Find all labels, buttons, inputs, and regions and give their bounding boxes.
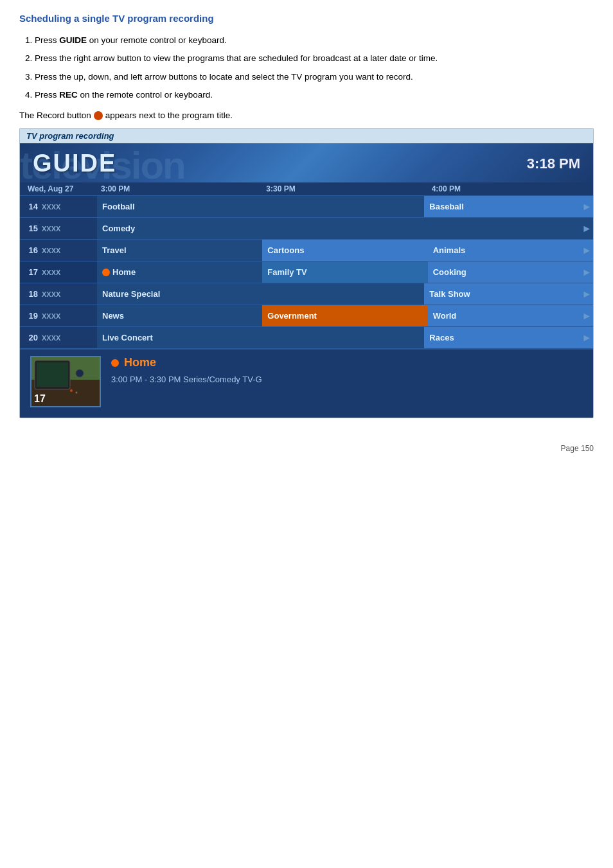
- table-row[interactable]: 18 XXXX Nature Special Talk Show ►: [20, 283, 593, 305]
- instruction-3: Press the up, down, and left arrow butto…: [35, 71, 594, 84]
- program-comedy[interactable]: Comedy ►: [97, 218, 593, 239]
- program-world[interactable]: World ►: [428, 305, 593, 326]
- program-cooking[interactable]: Cooking ►: [428, 261, 593, 283]
- instruction-4: Press REC on the remote control or keybo…: [35, 89, 594, 102]
- guide-container: television GUIDE 3:18 PM Wed, Aug 27 3:0…: [20, 143, 593, 418]
- guide-info-panel: 17 Home 3:00 PM - 3:30 PM Series/Comedy …: [20, 348, 593, 418]
- program-cols: News Government World ►: [97, 305, 593, 326]
- program-football[interactable]: Football: [97, 196, 424, 217]
- guide-grid: 14 XXXX Football Baseball ► 15 XXXX: [20, 195, 593, 348]
- table-row[interactable]: 19 XXXX News Government World ►: [20, 305, 593, 326]
- channel-cell-16: 16 XXXX: [20, 240, 97, 261]
- program-family-tv[interactable]: Family TV: [262, 261, 427, 283]
- arrow-icon: ►: [582, 310, 592, 322]
- arrow-icon: ►: [582, 223, 592, 235]
- channel-name: XXXX: [42, 334, 60, 342]
- channel-num: 14: [25, 202, 38, 211]
- program-talk-show[interactable]: Talk Show ►: [424, 283, 593, 305]
- arrow-icon: ►: [582, 332, 592, 344]
- channel-cell-15: 15 XXXX: [20, 218, 97, 239]
- rec-key: REC: [59, 90, 78, 100]
- record-indicator: [102, 269, 110, 276]
- table-row[interactable]: 20 XXXX Live Concert Races ►: [20, 326, 593, 348]
- program-cols: Home Family TV Cooking ►: [97, 261, 593, 283]
- thumb-tv: 17: [31, 357, 100, 406]
- instruction-2: Press the right arrow button to view the…: [35, 52, 594, 65]
- program-travel[interactable]: Travel: [97, 240, 262, 261]
- arrow-icon: ►: [582, 267, 592, 278]
- record-note: The Record button appears next to the pr…: [19, 111, 594, 120]
- program-live-concert[interactable]: Live Concert: [97, 327, 424, 348]
- table-row[interactable]: 14 XXXX Football Baseball ►: [20, 195, 593, 217]
- channel-thumbnail: 17: [30, 356, 101, 407]
- channel-num: 15: [25, 224, 38, 233]
- time-col-2: 3:30 PM: [262, 184, 427, 193]
- svg-rect-4: [37, 362, 68, 387]
- svg-point-6: [70, 389, 73, 392]
- channel-name: XXXX: [42, 269, 60, 276]
- channel-num: 19: [25, 311, 38, 321]
- channel-badge: 17: [34, 393, 46, 405]
- guide-key: GUIDE: [59, 35, 87, 45]
- channel-cell-18: 18 XXXX: [20, 283, 97, 305]
- time-col-1: 3:00 PM: [97, 184, 262, 193]
- guide-info-text: Home 3:00 PM - 3:30 PM Series/Comedy TV-…: [111, 356, 583, 384]
- channel-name: XXXX: [42, 203, 60, 211]
- arrow-icon: ►: [582, 288, 592, 300]
- program-home[interactable]: Home: [97, 261, 262, 283]
- svg-point-5: [76, 369, 84, 377]
- program-government[interactable]: Government: [262, 305, 427, 326]
- table-row[interactable]: 15 XXXX Comedy ►: [20, 217, 593, 239]
- record-button-icon: [94, 111, 103, 120]
- program-cols: Football Baseball ►: [97, 196, 593, 217]
- guide-title: GUIDE: [33, 150, 116, 177]
- channel-num: 18: [25, 289, 38, 299]
- instructions: Press GUIDE on your remote control or ke…: [19, 34, 594, 102]
- program-cols: Live Concert Races ►: [97, 327, 593, 348]
- guide-time: 3:18 PM: [527, 155, 580, 172]
- arrow-icon: ►: [582, 201, 592, 213]
- program-cols: Nature Special Talk Show ►: [97, 283, 593, 305]
- program-cartoons[interactable]: Cartoons: [262, 240, 427, 261]
- tv-figure: TV program recording television GUIDE 3:…: [19, 128, 594, 418]
- page-title: Scheduling a single TV program recording: [19, 13, 594, 24]
- channel-cell-19: 19 XXXX: [20, 305, 97, 326]
- channel-cell-17: 17 XXXX: [20, 261, 97, 283]
- svg-point-7: [76, 392, 78, 394]
- time-col-3: 4:00 PM: [428, 184, 593, 193]
- page-number: Page 150: [19, 444, 594, 453]
- channel-name: XXXX: [42, 312, 60, 320]
- channel-name: XXXX: [42, 225, 60, 233]
- program-nature-special[interactable]: Nature Special: [97, 283, 424, 305]
- info-details: 3:00 PM - 3:30 PM Series/Comedy TV-G: [111, 375, 583, 384]
- arrow-icon: ►: [582, 245, 592, 256]
- table-row[interactable]: 16 XXXX Travel Cartoons Animals ►: [20, 239, 593, 261]
- record-dot-icon: [111, 359, 119, 367]
- program-cols: Comedy ►: [97, 218, 593, 239]
- program-baseball[interactable]: Baseball ►: [424, 196, 593, 217]
- program-animals[interactable]: Animals ►: [428, 240, 593, 261]
- guide-header: television GUIDE 3:18 PM: [20, 143, 593, 182]
- info-program-title: Home: [111, 356, 583, 369]
- table-row[interactable]: 17 XXXX Home Family TV Cooking ►: [20, 261, 593, 283]
- guide-date: Wed, Aug 27: [20, 184, 97, 193]
- channel-cell-14: 14 XXXX: [20, 196, 97, 217]
- channel-name: XXXX: [42, 290, 60, 298]
- figure-caption: TV program recording: [20, 128, 593, 143]
- program-races[interactable]: Races ►: [424, 327, 593, 348]
- channel-num: 20: [25, 333, 38, 342]
- program-news[interactable]: News: [97, 305, 262, 326]
- channel-num: 16: [25, 245, 38, 255]
- channel-name: XXXX: [42, 247, 60, 254]
- channel-num: 17: [25, 267, 38, 277]
- guide-timebar: Wed, Aug 27 3:00 PM 3:30 PM 4:00 PM: [20, 182, 593, 195]
- program-cols: Travel Cartoons Animals ►: [97, 240, 593, 261]
- instruction-1: Press GUIDE on your remote control or ke…: [35, 34, 594, 47]
- channel-cell-20: 20 XXXX: [20, 327, 97, 348]
